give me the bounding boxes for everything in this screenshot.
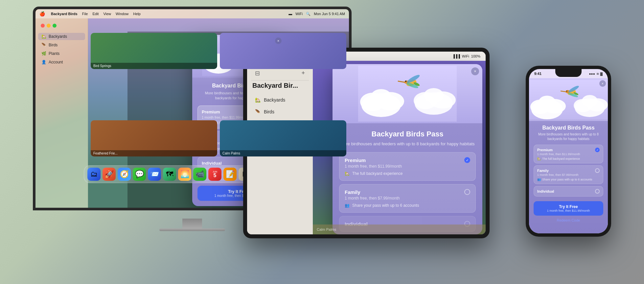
mac-modal-close-button[interactable]: ×	[275, 37, 282, 44]
macbook-stand-base	[159, 228, 225, 231]
ipad-modal-body: Backyard Birds Pass More birdhouses and …	[333, 123, 482, 234]
iphone-time: 9:41	[534, 72, 541, 76]
mac-nav-plants-label: Plants	[49, 51, 59, 56]
ipad-plan-premium-price: 1 month free, then $11.99/month	[345, 164, 470, 169]
apple-menu-icon[interactable]: 🍎	[39, 11, 45, 16]
backyards-icon: 🏡	[41, 34, 46, 39]
mac-nav-birds[interactable]: 🪶 Birds	[38, 41, 85, 49]
iphone-redeem-link[interactable]: Redeem Code	[534, 218, 603, 222]
svg-point-30	[405, 81, 406, 82]
mac-grid: Bird Springs Feathered Frie... Calm Palm…	[88, 30, 349, 208]
iphone-wifi-icon: ≋	[596, 72, 599, 76]
mac-content: ⊞ Backyards + 🔍 Search Bird Springs	[88, 18, 349, 208]
ipad-modal: × Backyard Birds Pass More birdhouses an…	[333, 64, 482, 234]
svg-point-46	[566, 91, 567, 92]
mac-close-button[interactable]	[41, 24, 45, 28]
mac-nav-account[interactable]: 👤 Account	[38, 59, 85, 66]
mac-traffic-lights	[38, 22, 85, 32]
mac-menu-view[interactable]: View	[103, 12, 111, 16]
iphone-try-button-main: Try It Free	[537, 204, 600, 209]
mac-time: Mon Jun 5 9:41 AM	[314, 12, 345, 16]
mac-menu-edit[interactable]: Edit	[92, 12, 99, 16]
mac-wifi-icon: WiFi	[295, 12, 303, 16]
ipad-plan-premium[interactable]: Premium ✓ 1 month free, then $11.99/mont…	[339, 152, 476, 181]
ipad-modal-art: ×	[333, 64, 482, 123]
ipad-content-bottom: Calm Palms	[313, 225, 486, 234]
mac-menu-window[interactable]: Window	[116, 12, 128, 16]
mac-nav-backyards-label: Backyards	[49, 34, 67, 39]
mac-grid-item-1[interactable]: Bird Springs	[91, 33, 217, 69]
ipad-plan-family-price: 1 month free, then $7.99/month	[345, 196, 470, 201]
mac-nav-backyards[interactable]: 🏡 Backyards	[38, 33, 85, 40]
mac-maximize-button[interactable]	[53, 24, 57, 28]
iphone-device: 9:41 ●●● ≋ ▓	[526, 66, 611, 237]
iphone-plan-family-header: Family	[537, 168, 600, 173]
iphone-plan-individual[interactable]: Individual	[534, 186, 603, 197]
mac-nav-account-label: Account	[49, 60, 63, 64]
ipad-plan-premium-header: Premium ✓	[345, 157, 470, 163]
mac-grid-item-3-title: Feathered Frie...	[91, 150, 217, 156]
iphone-family-icon: 👥	[537, 178, 541, 181]
mac-nav-plants[interactable]: 🌿 Plants	[38, 50, 85, 57]
svg-point-36	[539, 96, 556, 109]
mac-menu-help[interactable]: Help	[133, 12, 141, 16]
iphone-plan-individual-header: Individual	[537, 189, 600, 194]
svg-point-20	[371, 89, 392, 105]
iphone-modal-art: ×	[529, 78, 608, 121]
iphone-plan-family-name: Family	[537, 169, 549, 173]
iphone-plan-individual-check	[595, 189, 600, 194]
iphone-signal-icon: ●●●	[589, 72, 595, 76]
birds-icon: 🪶	[41, 43, 46, 47]
iphone-try-button[interactable]: Try It Free 1 month free, then $11.99/mo…	[534, 201, 603, 216]
ipad-wifi-icon: WiFi	[462, 54, 469, 58]
ipad-modal-title: Backyard Birds Pass	[339, 130, 476, 138]
ipad-plan-family-header: Family	[345, 189, 470, 195]
ipad-calm-palms-label: Calm Palms	[317, 227, 336, 231]
ipad-plan-premium-feature: 🏡 The full backyard experience	[345, 171, 470, 176]
mac-menu-items: File Edit View Window Help	[82, 12, 141, 16]
iphone-plan-family-price: 1 month free, then $7.99/month	[537, 173, 600, 177]
mac-menu-file[interactable]: File	[82, 12, 88, 16]
iphone-plan-individual-name: Individual	[537, 189, 554, 193]
iphone-modal-body: Backyard Birds Pass More birdhouses and …	[529, 121, 608, 226]
iphone-battery-icon: ▓	[600, 72, 603, 76]
plants-icon: 🌿	[41, 51, 46, 56]
iphone-plan-premium-header: Premium ✓	[537, 148, 600, 152]
account-icon: 👤	[41, 60, 46, 64]
ipad-modal-art-svg	[358, 66, 457, 122]
ipad-battery: 100%	[471, 54, 480, 58]
iphone-plan-family[interactable]: Family 1 month free, then $7.99/month 👥 …	[534, 165, 603, 184]
mac-grid-item-2[interactable]	[220, 33, 346, 69]
iphone-screen: 9:41 ●●● ≋ ▓	[529, 69, 608, 233]
ipad-plan-family-check	[464, 189, 470, 195]
iphone-try-button-sub: 1 month free, then $11.99/month	[537, 209, 600, 212]
iphone-premium-icon: 🏡	[537, 157, 541, 160]
ipad-signal-icon: ▐▐▐	[452, 54, 460, 58]
mac-grid-item-4[interactable]: Calm Palms	[220, 120, 346, 156]
iphone-plan-family-feature: 👥 Share your pass with up to 6 accounts	[537, 178, 600, 181]
iphone-modal-subtitle: More birdhouses and feeders with up to 8…	[534, 132, 603, 141]
iphone-modal-close-button[interactable]: ×	[599, 80, 606, 87]
macbook-screen: 🍎 Backyard Birds File Edit View Window H…	[33, 7, 352, 210]
iphone-plan-premium[interactable]: Premium ✓ 1 month free, then $11.99/mont…	[534, 145, 603, 163]
iphone-modal-title: Backyard Birds Pass	[534, 125, 603, 131]
iphone-modal-art-svg	[529, 80, 608, 119]
mac-minimize-button[interactable]	[47, 24, 51, 28]
iphone-plan-premium-check: ✓	[595, 148, 600, 152]
ipad-plan-family[interactable]: Family 1 month free, then $7.99/month 👥 …	[339, 184, 476, 213]
iphone-statusbar-right: ●●● ≋ ▓	[589, 72, 603, 76]
ipad-modal-close-button[interactable]: ×	[471, 67, 479, 75]
mac-app-name[interactable]: Backyard Birds	[51, 12, 78, 16]
macbook-stand-neck	[182, 219, 202, 228]
mac-menubar: 🍎 Backyard Birds File Edit View Window H…	[35, 9, 349, 18]
iphone-plan-family-check	[595, 168, 600, 173]
mac-menubar-right: ▬ WiFi 🔍 Mon Jun 5 9:41 AM	[288, 12, 345, 16]
mac-grid-item-4-title: Calm Palms	[220, 150, 346, 156]
mac-search-icon[interactable]: 🔍	[306, 12, 310, 16]
mac-battery-icon: ▬	[288, 12, 292, 16]
mac-grid-item-3[interactable]: Feathered Frie...	[91, 120, 217, 156]
iphone-plan-premium-name: Premium	[537, 148, 553, 152]
ipad-statusbar-right: ▐▐▐ WiFi 100%	[452, 54, 480, 58]
iphone-frame: 9:41 ●●● ≋ ▓	[526, 66, 611, 237]
svg-point-40	[582, 95, 598, 107]
